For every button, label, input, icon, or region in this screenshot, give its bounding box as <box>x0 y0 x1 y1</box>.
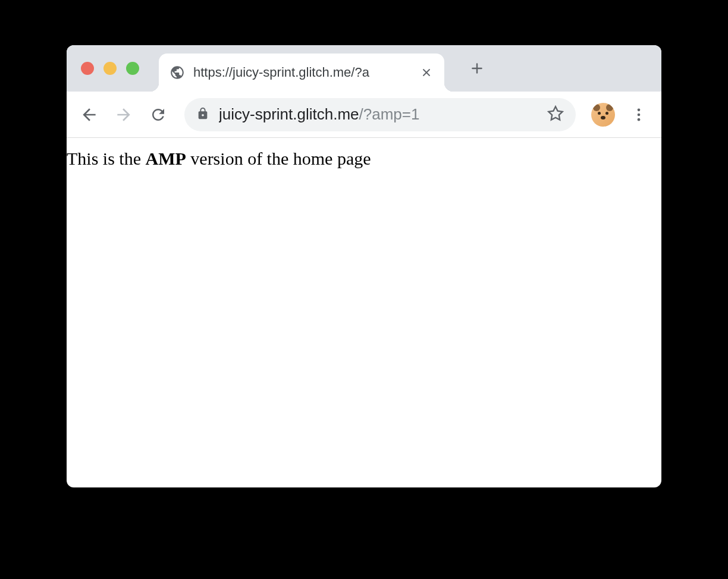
window-controls <box>81 62 139 75</box>
svg-point-6 <box>638 118 641 121</box>
svg-point-5 <box>638 113 641 116</box>
globe-icon <box>170 65 185 80</box>
reload-button[interactable] <box>144 100 172 129</box>
page-content: This is the AMP version of the home page <box>67 138 661 170</box>
browser-window: https://juicy-sprint.glitch.me/?a <box>67 45 661 487</box>
lock-icon <box>196 107 209 122</box>
menu-button[interactable] <box>625 100 653 129</box>
svg-point-4 <box>638 108 641 111</box>
page-text-after: version of the home page <box>186 149 371 168</box>
url-query: /?amp=1 <box>359 105 420 123</box>
page-text-bold: AMP <box>146 149 186 168</box>
url-text: juicy-sprint.glitch.me/?amp=1 <box>219 105 538 124</box>
url-host: juicy-sprint.glitch.me <box>219 105 359 123</box>
new-tab-button[interactable] <box>464 55 490 81</box>
toolbar: juicy-sprint.glitch.me/?amp=1 <box>67 92 661 138</box>
address-bar[interactable]: juicy-sprint.glitch.me/?amp=1 <box>184 98 576 131</box>
close-tab-button[interactable] <box>419 65 434 80</box>
tab-bar: https://juicy-sprint.glitch.me/?a <box>67 45 661 92</box>
browser-tab[interactable]: https://juicy-sprint.glitch.me/?a <box>159 54 444 92</box>
forward-button[interactable] <box>109 100 138 129</box>
page-text-before: This is the <box>67 149 146 168</box>
minimize-window-button[interactable] <box>103 62 117 75</box>
profile-avatar[interactable] <box>591 103 615 127</box>
back-button[interactable] <box>75 100 103 129</box>
bookmark-star-icon[interactable] <box>547 105 564 124</box>
tab-title: https://juicy-sprint.glitch.me/?a <box>193 65 411 80</box>
maximize-window-button[interactable] <box>126 62 139 75</box>
close-window-button[interactable] <box>81 62 94 75</box>
